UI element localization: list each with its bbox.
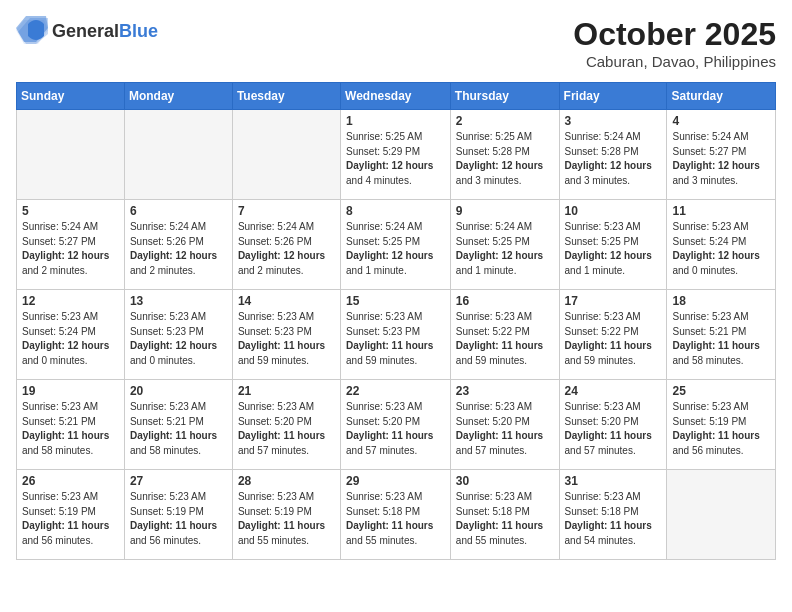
day-info: Sunrise: 5:23 AMSunset: 5:20 PMDaylight:…	[346, 400, 445, 458]
day-number: 13	[130, 294, 227, 308]
calendar-cell: 23Sunrise: 5:23 AMSunset: 5:20 PMDayligh…	[450, 380, 559, 470]
calendar-cell: 19Sunrise: 5:23 AMSunset: 5:21 PMDayligh…	[17, 380, 125, 470]
weekday-header-wednesday: Wednesday	[341, 83, 451, 110]
calendar-cell: 22Sunrise: 5:23 AMSunset: 5:20 PMDayligh…	[341, 380, 451, 470]
logo-text: GeneralBlue	[52, 21, 158, 42]
location-subtitle: Caburan, Davao, Philippines	[573, 53, 776, 70]
calendar-week-3: 12Sunrise: 5:23 AMSunset: 5:24 PMDayligh…	[17, 290, 776, 380]
day-info: Sunrise: 5:23 AMSunset: 5:20 PMDaylight:…	[238, 400, 335, 458]
weekday-header-thursday: Thursday	[450, 83, 559, 110]
day-number: 15	[346, 294, 445, 308]
day-number: 12	[22, 294, 119, 308]
day-number: 30	[456, 474, 554, 488]
calendar-cell: 3Sunrise: 5:24 AMSunset: 5:28 PMDaylight…	[559, 110, 667, 200]
day-info: Sunrise: 5:23 AMSunset: 5:22 PMDaylight:…	[565, 310, 662, 368]
calendar-cell: 21Sunrise: 5:23 AMSunset: 5:20 PMDayligh…	[232, 380, 340, 470]
day-number: 19	[22, 384, 119, 398]
title-area: October 2025 Caburan, Davao, Philippines	[573, 16, 776, 70]
calendar-cell	[124, 110, 232, 200]
calendar-cell: 14Sunrise: 5:23 AMSunset: 5:23 PMDayligh…	[232, 290, 340, 380]
day-info: Sunrise: 5:23 AMSunset: 5:18 PMDaylight:…	[346, 490, 445, 548]
calendar-cell: 8Sunrise: 5:24 AMSunset: 5:25 PMDaylight…	[341, 200, 451, 290]
day-number: 4	[672, 114, 770, 128]
day-number: 3	[565, 114, 662, 128]
calendar-cell: 11Sunrise: 5:23 AMSunset: 5:24 PMDayligh…	[667, 200, 776, 290]
day-info: Sunrise: 5:24 AMSunset: 5:28 PMDaylight:…	[565, 130, 662, 188]
day-info: Sunrise: 5:24 AMSunset: 5:26 PMDaylight:…	[130, 220, 227, 278]
day-info: Sunrise: 5:24 AMSunset: 5:26 PMDaylight:…	[238, 220, 335, 278]
calendar-cell: 30Sunrise: 5:23 AMSunset: 5:18 PMDayligh…	[450, 470, 559, 560]
day-number: 25	[672, 384, 770, 398]
calendar-cell: 28Sunrise: 5:23 AMSunset: 5:19 PMDayligh…	[232, 470, 340, 560]
calendar-week-4: 19Sunrise: 5:23 AMSunset: 5:21 PMDayligh…	[17, 380, 776, 470]
day-number: 1	[346, 114, 445, 128]
calendar-week-2: 5Sunrise: 5:24 AMSunset: 5:27 PMDaylight…	[17, 200, 776, 290]
calendar-week-1: 1Sunrise: 5:25 AMSunset: 5:29 PMDaylight…	[17, 110, 776, 200]
calendar-cell	[17, 110, 125, 200]
calendar-cell: 15Sunrise: 5:23 AMSunset: 5:23 PMDayligh…	[341, 290, 451, 380]
day-number: 27	[130, 474, 227, 488]
calendar-cell: 13Sunrise: 5:23 AMSunset: 5:23 PMDayligh…	[124, 290, 232, 380]
day-number: 9	[456, 204, 554, 218]
calendar-cell: 26Sunrise: 5:23 AMSunset: 5:19 PMDayligh…	[17, 470, 125, 560]
day-number: 6	[130, 204, 227, 218]
weekday-header-saturday: Saturday	[667, 83, 776, 110]
day-info: Sunrise: 5:23 AMSunset: 5:19 PMDaylight:…	[130, 490, 227, 548]
day-info: Sunrise: 5:23 AMSunset: 5:25 PMDaylight:…	[565, 220, 662, 278]
day-info: Sunrise: 5:23 AMSunset: 5:18 PMDaylight:…	[456, 490, 554, 548]
calendar-cell: 2Sunrise: 5:25 AMSunset: 5:28 PMDaylight…	[450, 110, 559, 200]
calendar-cell: 17Sunrise: 5:23 AMSunset: 5:22 PMDayligh…	[559, 290, 667, 380]
calendar-cell: 10Sunrise: 5:23 AMSunset: 5:25 PMDayligh…	[559, 200, 667, 290]
day-number: 31	[565, 474, 662, 488]
day-info: Sunrise: 5:23 AMSunset: 5:20 PMDaylight:…	[565, 400, 662, 458]
calendar-cell: 7Sunrise: 5:24 AMSunset: 5:26 PMDaylight…	[232, 200, 340, 290]
day-info: Sunrise: 5:23 AMSunset: 5:24 PMDaylight:…	[672, 220, 770, 278]
calendar-cell: 18Sunrise: 5:23 AMSunset: 5:21 PMDayligh…	[667, 290, 776, 380]
weekday-header-tuesday: Tuesday	[232, 83, 340, 110]
day-info: Sunrise: 5:23 AMSunset: 5:19 PMDaylight:…	[22, 490, 119, 548]
day-info: Sunrise: 5:23 AMSunset: 5:23 PMDaylight:…	[346, 310, 445, 368]
day-info: Sunrise: 5:24 AMSunset: 5:27 PMDaylight:…	[672, 130, 770, 188]
day-number: 16	[456, 294, 554, 308]
calendar-table: SundayMondayTuesdayWednesdayThursdayFrid…	[16, 82, 776, 560]
day-number: 20	[130, 384, 227, 398]
calendar-cell	[667, 470, 776, 560]
day-number: 28	[238, 474, 335, 488]
calendar-cell: 31Sunrise: 5:23 AMSunset: 5:18 PMDayligh…	[559, 470, 667, 560]
day-number: 23	[456, 384, 554, 398]
calendar-cell: 27Sunrise: 5:23 AMSunset: 5:19 PMDayligh…	[124, 470, 232, 560]
day-number: 11	[672, 204, 770, 218]
day-number: 10	[565, 204, 662, 218]
day-number: 18	[672, 294, 770, 308]
day-number: 22	[346, 384, 445, 398]
day-info: Sunrise: 5:23 AMSunset: 5:22 PMDaylight:…	[456, 310, 554, 368]
calendar-header-row: SundayMondayTuesdayWednesdayThursdayFrid…	[17, 83, 776, 110]
calendar-cell: 5Sunrise: 5:24 AMSunset: 5:27 PMDaylight…	[17, 200, 125, 290]
day-info: Sunrise: 5:23 AMSunset: 5:23 PMDaylight:…	[238, 310, 335, 368]
day-info: Sunrise: 5:24 AMSunset: 5:27 PMDaylight:…	[22, 220, 119, 278]
day-number: 24	[565, 384, 662, 398]
day-number: 21	[238, 384, 335, 398]
day-info: Sunrise: 5:24 AMSunset: 5:25 PMDaylight:…	[456, 220, 554, 278]
calendar-cell: 1Sunrise: 5:25 AMSunset: 5:29 PMDaylight…	[341, 110, 451, 200]
day-number: 8	[346, 204, 445, 218]
calendar-cell: 16Sunrise: 5:23 AMSunset: 5:22 PMDayligh…	[450, 290, 559, 380]
day-info: Sunrise: 5:25 AMSunset: 5:28 PMDaylight:…	[456, 130, 554, 188]
calendar-cell: 12Sunrise: 5:23 AMSunset: 5:24 PMDayligh…	[17, 290, 125, 380]
day-info: Sunrise: 5:24 AMSunset: 5:25 PMDaylight:…	[346, 220, 445, 278]
logo-icon	[16, 16, 48, 46]
day-number: 29	[346, 474, 445, 488]
day-info: Sunrise: 5:23 AMSunset: 5:20 PMDaylight:…	[456, 400, 554, 458]
day-number: 17	[565, 294, 662, 308]
calendar-cell: 25Sunrise: 5:23 AMSunset: 5:19 PMDayligh…	[667, 380, 776, 470]
weekday-header-monday: Monday	[124, 83, 232, 110]
calendar-cell: 20Sunrise: 5:23 AMSunset: 5:21 PMDayligh…	[124, 380, 232, 470]
logo: GeneralBlue	[16, 16, 158, 46]
page-header: GeneralBlue October 2025 Caburan, Davao,…	[16, 16, 776, 70]
calendar-week-5: 26Sunrise: 5:23 AMSunset: 5:19 PMDayligh…	[17, 470, 776, 560]
day-info: Sunrise: 5:23 AMSunset: 5:21 PMDaylight:…	[130, 400, 227, 458]
calendar-cell: 9Sunrise: 5:24 AMSunset: 5:25 PMDaylight…	[450, 200, 559, 290]
weekday-header-friday: Friday	[559, 83, 667, 110]
calendar-cell: 29Sunrise: 5:23 AMSunset: 5:18 PMDayligh…	[341, 470, 451, 560]
day-number: 14	[238, 294, 335, 308]
